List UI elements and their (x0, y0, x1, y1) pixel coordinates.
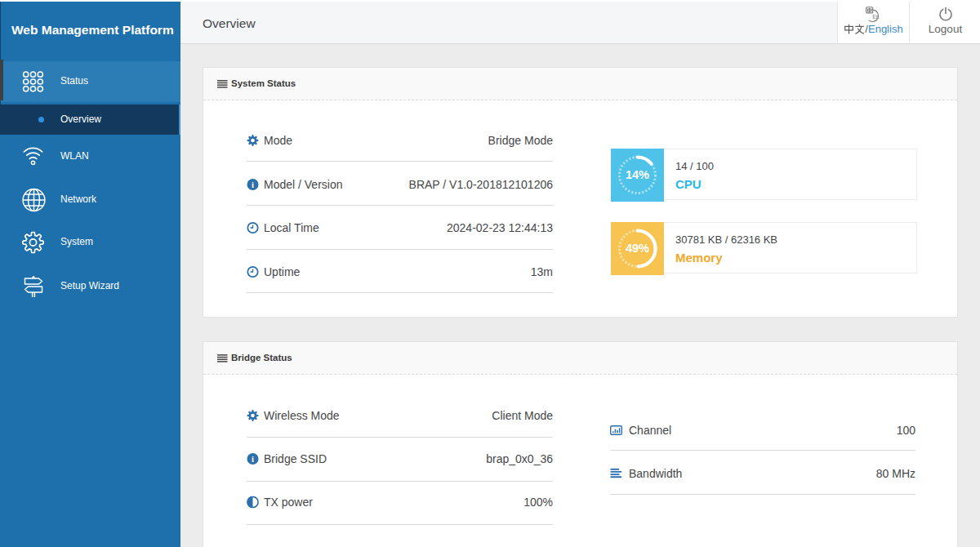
svg-text:En: En (872, 14, 879, 20)
